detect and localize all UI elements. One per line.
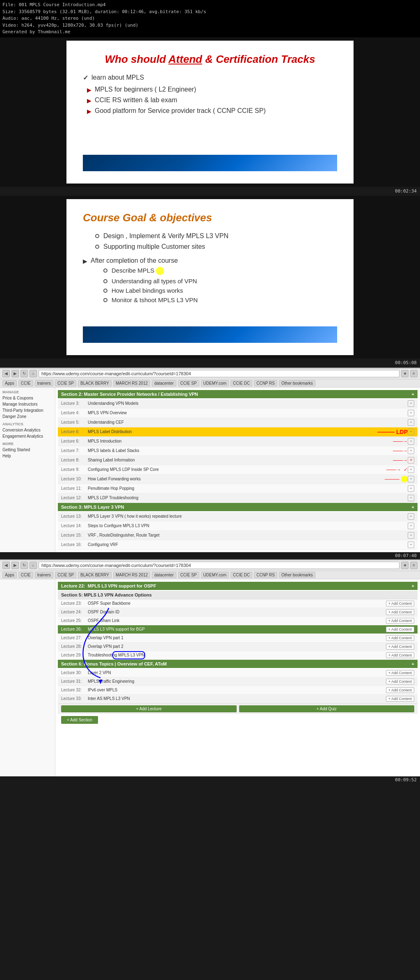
home-button-2[interactable]: ⌂ [30, 562, 37, 569]
menu-button-2[interactable]: ≡ [410, 562, 418, 569]
home-button[interactable]: ⌂ [30, 370, 37, 377]
add-quiz-button[interactable]: + Add Quiz [239, 705, 415, 712]
sidebar-item-instructors[interactable]: Manage Instructors [2, 401, 52, 407]
lecture-expand-icon[interactable]: + [408, 400, 414, 407]
bookmark-datacenter[interactable]: datacenter [152, 380, 176, 386]
bookmark-blackberry[interactable]: BLACK BERRY [78, 380, 112, 386]
lecture-expand-icon[interactable]: ✕ [408, 457, 414, 464]
add-content-btn-26[interactable]: + Add Content [386, 627, 414, 632]
file-info-line1: File: 001 MPLS Course Introduction.mp4 [2, 2, 418, 9]
table-row: Lecture 24: OSPF Domain ID + Add Content [58, 608, 418, 617]
cursor-dot [401, 476, 408, 482]
sidebar-item-getting-started[interactable]: Getting Started [2, 447, 52, 453]
section-toggle-icon[interactable]: + [412, 392, 414, 397]
sidebar-item-price[interactable]: Price & Coupons [2, 395, 52, 401]
section-toggle-icon22[interactable]: + [412, 583, 414, 588]
sidebar-item-conversion[interactable]: Conversion Analytics [2, 427, 52, 433]
sidebar-item-help[interactable]: Help [2, 453, 52, 459]
section-toggle-icon6[interactable]: + [412, 661, 414, 666]
back-button[interactable]: ◀ [2, 370, 10, 377]
bookmark-other[interactable]: Other bookmarks [279, 380, 315, 386]
lecture-expand-icon[interactable]: + [408, 448, 414, 454]
bookmark-cciesp2-2[interactable]: CCIE SP [178, 572, 199, 578]
lecture-expand-icon[interactable]: + [408, 485, 414, 492]
sidebar-item-thirdparty[interactable]: Third-Party Integration [2, 407, 52, 413]
browser-toolbar-2: ◀ ▶ ↻ ⌂ https://www.udemy.com/course-man… [0, 560, 420, 571]
bookmark-ccnprs[interactable]: CCNP RS [254, 380, 277, 386]
url-bar-2[interactable]: https://www.udemy.com/course-manage/edit… [39, 562, 399, 569]
bookmark-datacenter-2[interactable]: datacenter [152, 572, 176, 578]
table-row: Lecture 14: Steps to Configure MPLS L3 V… [58, 521, 418, 531]
bookmark-ccie-2[interactable]: CCIE [18, 572, 33, 578]
table-row: Lecture 23: OSPF Super Backbone + Add Co… [58, 599, 418, 608]
bookmark-apps-2[interactable]: Apps [2, 572, 17, 578]
lecture-expand-icon[interactable]: + [408, 476, 414, 482]
lecture-expand-icon[interactable]: + [408, 466, 414, 473]
red-arrow-annotation4: ——→ [386, 467, 401, 473]
add-section-bar: + Add Section [58, 714, 418, 725]
add-content-btn-27[interactable]: + Add Content [386, 635, 414, 641]
bookmark-cciedc[interactable]: CCIE DC [231, 380, 252, 386]
star-button[interactable]: ★ [401, 370, 409, 377]
add-content-btn-32[interactable]: + Add Content [386, 687, 414, 693]
table-row: Lecture 32: IPv6 over MPLS + Add Content [58, 686, 418, 695]
bookmark-cciesp-2[interactable]: CCIE SP [55, 572, 76, 578]
bookmark-other-2[interactable]: Other bookmarks [279, 572, 315, 578]
lecture-expand-icon[interactable]: + [408, 438, 414, 445]
add-lecture-button[interactable]: + Add Lecture [61, 705, 237, 712]
bookmark-ccnprs-2[interactable]: CCNP RS [254, 572, 277, 578]
red-arrow-annotation5: ——— [385, 476, 399, 482]
video-bar-1: 00:02:34 [0, 187, 420, 196]
section-toggle-icon2[interactable]: + [412, 505, 414, 510]
add-content-btn-25[interactable]: + Add Content [386, 618, 414, 624]
add-content-btn-30[interactable]: + Add Content [386, 670, 414, 676]
reload-button-2[interactable]: ↻ [21, 562, 28, 569]
bookmark-apps[interactable]: Apps [2, 380, 17, 386]
bookmark-ccie[interactable]: CCIE [18, 380, 33, 386]
bookmark-cciedc-2[interactable]: CCIE DC [231, 572, 252, 578]
add-content-btn-33[interactable]: + Add Content [386, 696, 414, 702]
bookmark-march-2[interactable]: MARCH RS 2012 [113, 572, 150, 578]
bookmark-udemy[interactable]: UDEMY.com [201, 380, 229, 386]
sidebar-item-danger[interactable]: Danger Zone [2, 413, 52, 420]
lecture-expand-icon[interactable]: + [408, 532, 414, 539]
bookmark-cciesp[interactable]: CCIE SP [55, 380, 76, 386]
section-header-6: Section 6: Bonus Topics | Overview of CE… [58, 660, 418, 668]
sidebar-analytics-section: ANALYTICS Conversion Analytics Engagemen… [2, 422, 52, 439]
table-row: Lecture 4: MPLS VPN Overview + [58, 409, 418, 418]
add-section-button[interactable]: + Add Section [61, 716, 98, 724]
sidebar-item-engagement[interactable]: Engagement Analytics [2, 433, 52, 439]
add-content-btn-24[interactable]: + Add Content [386, 609, 414, 615]
bookmark-trainers-2[interactable]: trainers [35, 572, 53, 578]
url-bar-1[interactable]: https://www.udemy.com/course-manage/edit… [39, 370, 399, 377]
table-row: Lecture 27: Overlap VPN part 1 + Add Con… [58, 634, 418, 643]
lecture-expand-icon[interactable]: + [408, 495, 414, 501]
bookmark-cciesp2[interactable]: CCIE SP [178, 380, 199, 386]
bookmark-march[interactable]: MARCH RS 2012 [113, 380, 150, 386]
lecture-expand-icon[interactable]: + [408, 429, 414, 435]
forward-button[interactable]: ▶ [11, 370, 19, 377]
ldp-annotation: ——— LDP [377, 429, 408, 435]
circle-annotation [112, 651, 145, 659]
lecture-expand-icon[interactable]: + [408, 410, 414, 416]
lecture-expand-icon[interactable]: + [408, 542, 414, 548]
file-info-line4: Video: h264, yuv420p, 1280x720, 30.03 fp… [2, 22, 418, 29]
menu-button[interactable]: ≡ [410, 370, 418, 377]
cms-main-content-1: Section 2: Master Service Provider Netwo… [55, 388, 420, 552]
add-content-btn-23[interactable]: + Add Content [386, 601, 414, 606]
lecture-expand-icon[interactable]: + [408, 513, 414, 520]
red-arrow-annotation3: ——→ [393, 457, 408, 463]
add-content-btn-31[interactable]: + Add Content [386, 679, 414, 684]
bookmark-udemy-2[interactable]: UDEMY.com [201, 572, 229, 578]
lecture-expand-icon[interactable]: + [408, 419, 414, 426]
reload-button[interactable]: ↻ [21, 370, 28, 377]
bookmark-blackberry-2[interactable]: BLACK BERRY [78, 572, 112, 578]
star-button-2[interactable]: ★ [401, 562, 409, 569]
back-button-2[interactable]: ◀ [2, 562, 10, 569]
add-content-btn-29[interactable]: + Add Content [386, 652, 414, 658]
bookmark-trainers[interactable]: trainers [35, 380, 53, 386]
add-content-btn-28[interactable]: + Add Content [386, 644, 414, 650]
table-row-ldp: Lecture 6: MPLS Label Distribution ——— L… [58, 427, 418, 437]
lecture-expand-icon[interactable]: + [408, 523, 414, 529]
forward-button-2[interactable]: ▶ [11, 562, 19, 569]
